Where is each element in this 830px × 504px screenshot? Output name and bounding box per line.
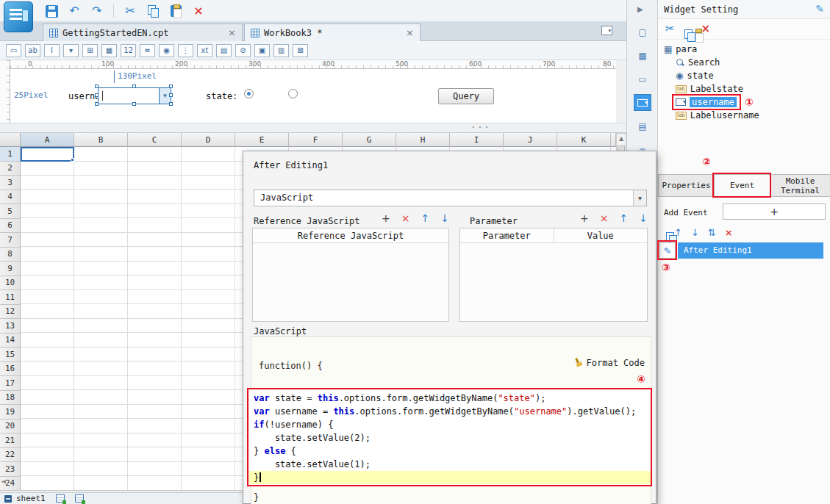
selection-handle[interactable] — [95, 102, 99, 106]
state-radio-option-2[interactable] — [288, 89, 298, 98]
parameter-table-body[interactable] — [460, 243, 647, 321]
tab-mobile-terminal[interactable]: Mobile Terminal — [770, 174, 830, 197]
tree-item-state[interactable]: ◉state — [658, 69, 830, 82]
widget-icon-6[interactable]: 12 — [121, 44, 136, 57]
row-header-19[interactable]: 19 — [0, 405, 21, 420]
column-header-D[interactable]: D — [182, 133, 235, 147]
row-header-21[interactable]: 21 — [0, 433, 21, 448]
selection-handle[interactable] — [169, 84, 173, 88]
column-header-C[interactable]: C — [128, 133, 182, 147]
selected-cell-A1[interactable] — [21, 147, 74, 162]
cut-button[interactable]: ✂ — [665, 24, 675, 35]
widget-icon-11[interactable]: ▤ — [216, 44, 232, 57]
delete-button[interactable]: × — [190, 3, 207, 19]
row-header-8[interactable]: 8 — [0, 248, 21, 262]
delete-event-button[interactable]: × — [725, 228, 733, 237]
save-button[interactable] — [43, 3, 60, 19]
event-list-item[interactable]: After Editing1 — [678, 242, 823, 259]
delete-icon[interactable]: × — [600, 213, 609, 223]
add-icon[interactable]: + — [580, 213, 589, 223]
widget-icon-10[interactable]: xt — [197, 44, 212, 57]
format-code-button[interactable]: Format Code — [573, 358, 645, 368]
selection-handle[interactable] — [132, 102, 136, 106]
row-header-23[interactable]: 23 — [0, 462, 21, 477]
scroll-up-icon[interactable]: ▲ — [617, 134, 626, 144]
move-down-icon[interactable]: ↓ — [639, 213, 648, 223]
tree-item-para[interactable]: ▦ para — [658, 43, 830, 56]
selection-handle[interactable] — [169, 93, 173, 97]
widget-icon-2[interactable]: I — [44, 44, 60, 57]
paste-button[interactable] — [167, 3, 185, 19]
column-header-K[interactable]: K — [557, 133, 611, 147]
copy-button[interactable] — [144, 3, 162, 19]
column-header-J[interactable]: J — [504, 133, 557, 147]
selection-handle[interactable] — [169, 102, 173, 106]
row-header-6[interactable]: 6 — [0, 219, 21, 234]
selection-handle[interactable] — [132, 84, 136, 88]
add-event-button[interactable]: + — [723, 204, 826, 220]
widget-icon-0[interactable]: ▭ — [6, 44, 21, 57]
row-header-4[interactable]: 4 — [0, 190, 21, 205]
widget-icon-4[interactable]: ⊞ — [82, 44, 98, 57]
divider-handle-icon[interactable]: ··· — [471, 122, 491, 132]
row-header-14[interactable]: 14 — [0, 334, 21, 348]
row-header-17[interactable]: 17 — [0, 376, 21, 391]
row-header-18[interactable]: 18 — [0, 391, 21, 406]
selection-handle[interactable] — [95, 84, 99, 88]
row-header-7[interactable]: 7 — [0, 233, 21, 248]
row-header-11[interactable]: 11 — [0, 290, 21, 305]
canvas-grid-divider[interactable]: ··· — [0, 123, 626, 133]
row-header-16[interactable]: 16 — [0, 362, 21, 377]
undo-button[interactable]: ↶ — [65, 3, 83, 19]
reference-js-table[interactable]: Reference JavaScript — [252, 228, 449, 322]
row-header-9[interactable]: 9 — [0, 262, 21, 276]
row-header-12[interactable]: 12 — [0, 305, 21, 320]
strip-icon-rect[interactable]: ▭ — [634, 71, 651, 87]
move-down-icon[interactable]: ↓ — [440, 213, 449, 223]
row-header-3[interactable]: 3 — [0, 176, 21, 190]
strip-icon-combo-selected[interactable] — [634, 94, 651, 111]
selection-handle[interactable] — [95, 93, 99, 97]
column-header-H[interactable]: H — [396, 133, 450, 147]
tree-item-labelusername[interactable]: labLabelusername — [658, 109, 830, 122]
panel-switch-icon[interactable]: ▾ — [601, 26, 612, 35]
row-header-20[interactable]: 20 — [0, 420, 21, 434]
widget-icon-5[interactable]: ▦ — [101, 44, 117, 57]
close-tab-icon[interactable]: × — [228, 28, 236, 37]
widget-icon-12[interactable]: ⊘ — [235, 44, 251, 57]
delete-icon[interactable]: × — [401, 213, 410, 223]
column-header-B[interactable]: B — [74, 133, 128, 147]
query-button[interactable]: Query — [438, 88, 494, 104]
column-header-G[interactable]: G — [343, 133, 396, 147]
strip-icon-frame[interactable]: ▢ — [634, 24, 651, 40]
widget-icon-13[interactable]: ▣ — [254, 44, 270, 57]
move-up-icon[interactable]: ↑ — [421, 213, 430, 223]
column-header-F[interactable]: F — [289, 133, 343, 147]
state-radio-option-1[interactable] — [244, 89, 254, 98]
sort-button[interactable]: ⇅ — [708, 228, 716, 237]
row-header-5[interactable]: 5 — [0, 204, 21, 219]
add-sheet-icon[interactable] — [75, 494, 84, 503]
row-header-1[interactable]: 1 — [0, 147, 21, 162]
widget-icon-15[interactable]: ⊠ — [293, 44, 308, 57]
column-header-I[interactable]: I — [450, 133, 504, 147]
row-header-2[interactable]: 2 — [0, 162, 21, 176]
fill-handle[interactable] — [71, 158, 74, 162]
language-select[interactable]: JavaScript ▾ — [254, 190, 647, 206]
widget-icon-7[interactable]: ≡ — [140, 44, 155, 57]
row-header-15[interactable]: 15 — [0, 348, 21, 362]
row-header-10[interactable]: 10 — [0, 276, 21, 291]
redo-button[interactable]: ↷ — [88, 3, 106, 19]
add-icon[interactable]: + — [382, 213, 390, 223]
tree-item-search[interactable]: Search — [658, 56, 830, 69]
widget-icon-3[interactable]: ▾ — [63, 44, 79, 57]
move-down-button[interactable]: ↓ — [691, 228, 699, 237]
column-header-E[interactable]: E — [235, 133, 289, 147]
row-header-22[interactable]: 22 — [0, 448, 21, 463]
chevron-down-icon[interactable]: ▾ — [633, 190, 646, 206]
row-header-13[interactable]: 13 — [0, 319, 21, 334]
strip-icon-list[interactable]: ▤ — [634, 118, 651, 134]
widget-icon-14[interactable]: ▥ — [273, 44, 289, 57]
cut-button[interactable]: ✂ — [121, 3, 139, 19]
tab-gettingstarted[interactable]: GettingStartedEN.cpt × — [43, 24, 243, 41]
